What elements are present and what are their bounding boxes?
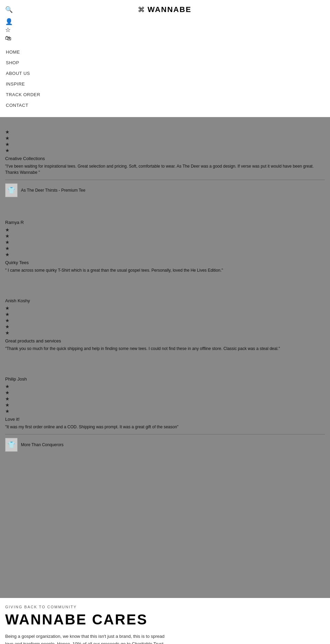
product-name: More Than Conquerors	[21, 442, 64, 447]
star: ★	[5, 305, 325, 311]
nav-about[interactable]: ABOUT US	[5, 68, 325, 79]
star: ★	[5, 396, 325, 402]
star: ★	[5, 408, 325, 414]
review-card: Ramya R ★ ★ ★ ★ ★ Quirky Tees " I came a…	[5, 215, 325, 283]
star: ★	[5, 246, 325, 251]
logo: ⌘ WANNABE	[138, 5, 191, 14]
reviewer-name: Philip Josh	[5, 376, 325, 382]
nav-contact[interactable]: CONTACT	[5, 100, 325, 111]
star: ★	[5, 318, 325, 323]
stars-row: ★ ★ ★ ★	[5, 129, 325, 153]
main-nav: HOME SHOP ABOUT US INSPIRE TRACK ORDER C…	[5, 44, 325, 113]
star: ★	[5, 233, 325, 239]
star: ★	[5, 330, 325, 336]
review-category: Quirky Tees	[5, 260, 325, 265]
nav-track[interactable]: TRACK ORDER	[5, 89, 325, 100]
giving-text: Being a gospel organization, we know tha…	[5, 633, 170, 644]
reviews-section: ★ ★ ★ ★ Creative Collections "I've been …	[0, 117, 330, 598]
star: ★	[5, 135, 325, 141]
product-thumb-row: 👕 More Than Conquerors	[5, 438, 325, 452]
product-name: As The Deer Thirsts - Premium Tee	[21, 188, 85, 193]
product-thumb-row: 👕 As The Deer Thirsts - Premium Tee	[5, 183, 325, 197]
product-thumbnail: 👕	[5, 183, 18, 197]
stars-row: ★ ★ ★ ★ ★	[5, 384, 325, 414]
star: ★	[5, 312, 325, 317]
giving-section: GIVING BACK TO COMMUNITY WANNABE CARES B…	[0, 598, 330, 644]
wishlist-icon[interactable]: ☆	[5, 27, 325, 33]
star: ★	[5, 239, 325, 245]
review-divider	[5, 434, 325, 434]
header: 🔍 ⌘ WANNABE 👤 ☆ 🛍 HOME SHOP ABOUT US INS…	[0, 0, 330, 117]
cart-icon[interactable]: 🛍	[5, 35, 325, 41]
review-card: ★ ★ ★ ★ Creative Collections "I've been …	[5, 124, 325, 204]
giving-title: WANNABE CARES	[5, 612, 325, 628]
star: ★	[5, 148, 325, 153]
star: ★	[5, 402, 325, 408]
stars-row: ★ ★ ★ ★ ★	[5, 305, 325, 336]
giving-label: GIVING BACK TO COMMUNITY	[5, 605, 325, 609]
logo-icon: ⌘	[138, 5, 145, 14]
product-thumbnail: 👕	[5, 438, 18, 452]
review-category: Love it!	[5, 417, 325, 422]
star: ★	[5, 390, 325, 395]
star: ★	[5, 324, 325, 329]
user-icon[interactable]: 👤	[5, 19, 325, 25]
star: ★	[5, 129, 325, 135]
review-category: Great products and services	[5, 338, 325, 343]
review-text: "It was my first order online and a COD.…	[5, 424, 325, 430]
logo-text: WANNABE	[147, 5, 191, 14]
nav-inspire[interactable]: INSPIRE	[5, 79, 325, 89]
review-text: "I've been waiting for inspirational tee…	[5, 163, 325, 176]
review-divider	[5, 180, 325, 180]
nav-shop[interactable]: SHOP	[5, 57, 325, 68]
header-top: 🔍 ⌘ WANNABE	[5, 3, 325, 16]
review-text: " I came across some quirky T-Shirt whic…	[5, 267, 325, 273]
stars-row: ★ ★ ★ ★ ★	[5, 227, 325, 257]
icon-row: 👤 ☆ 🛍	[5, 16, 325, 44]
reviewer-name: Anish Koshy	[5, 298, 325, 303]
star: ★	[5, 227, 325, 233]
star: ★	[5, 142, 325, 147]
review-card: Philip Josh ★ ★ ★ ★ ★ Love it! "It was m…	[5, 371, 325, 459]
star: ★	[5, 252, 325, 257]
review-category: Creative Collections	[5, 156, 325, 161]
nav-home[interactable]: HOME	[5, 47, 325, 57]
star: ★	[5, 384, 325, 389]
review-text: "Thank you so much for the quick shippin…	[5, 346, 325, 352]
reviewer-name: Ramya R	[5, 220, 325, 225]
review-card: Anish Koshy ★ ★ ★ ★ ★ Great products and…	[5, 293, 325, 361]
search-icon[interactable]: 🔍	[5, 6, 13, 13]
